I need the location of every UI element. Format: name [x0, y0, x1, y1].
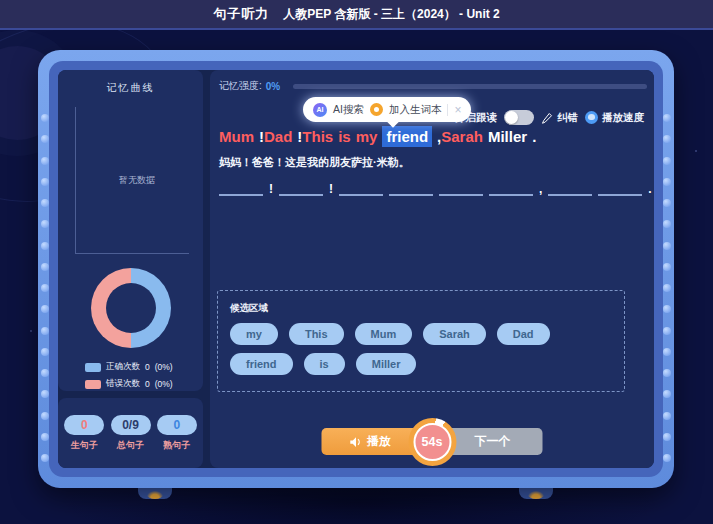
- stat-item: 0生句子: [64, 415, 104, 452]
- frame-light-dot: [41, 114, 49, 122]
- frame-light-dot: [41, 348, 49, 356]
- legend-label: 正确次数: [106, 361, 140, 373]
- blank-slot[interactable]: [219, 180, 263, 196]
- legend-swatch: [85, 380, 101, 389]
- speed-label: 播放速度: [602, 111, 644, 125]
- donut-hole: [106, 283, 156, 333]
- sidebar: 记忆曲线 暂无数据 正确次数0(0%)错误次数0(0%) 0生句子0/9总句子0…: [58, 70, 203, 468]
- frame-light-dot: [663, 157, 671, 165]
- star-decoration: [30, 330, 32, 332]
- frame-light-dot: [41, 305, 49, 313]
- blank-punctuation: !: [269, 183, 273, 196]
- legend-pct: (0%): [155, 362, 173, 372]
- legend-count: 0: [145, 362, 150, 372]
- frame-light-dot: [663, 454, 671, 462]
- sentence-token[interactable]: This: [302, 126, 333, 147]
- device-inner-frame: 记忆曲线 暂无数据 正确次数0(0%)错误次数0(0%) 0生句子0/9总句子0…: [49, 61, 663, 477]
- word-chip[interactable]: Dad: [497, 323, 550, 345]
- correct-button[interactable]: 纠错: [541, 111, 578, 125]
- pencil-icon: [541, 112, 553, 124]
- screen-content: 记忆曲线 暂无数据 正确次数0(0%)错误次数0(0%) 0生句子0/9总句子0…: [58, 70, 654, 468]
- sentence-token[interactable]: Sarah: [441, 126, 483, 147]
- donut-legend: 正确次数0(0%)错误次数0(0%): [85, 361, 203, 390]
- speaker-icon: [349, 436, 362, 448]
- blank-punctuation: !: [329, 183, 333, 196]
- sentence-token[interactable]: Miller: [488, 126, 527, 147]
- memory-strength-label: 记忆强度:: [219, 79, 262, 93]
- blank-slot[interactable]: [279, 180, 323, 196]
- frame-light-dot: [41, 454, 49, 462]
- legend-pct: (0%): [155, 379, 173, 389]
- candidate-words: myThisMumSarahDadfriendisMiller: [218, 323, 624, 375]
- legend-count: 0: [145, 379, 150, 389]
- blank-slot[interactable]: [389, 180, 433, 196]
- stat-value: 0/9: [111, 415, 151, 435]
- frame-light-dot: [663, 114, 671, 122]
- word-chip[interactable]: Mum: [355, 323, 413, 345]
- ai-icon: AI: [313, 103, 327, 117]
- title-bar: 句子听力 人教PEP 含新版 - 三上（2024） - Unit 2: [0, 0, 713, 30]
- word-chip[interactable]: is: [304, 353, 345, 375]
- memory-strength-bar: [293, 84, 647, 89]
- wordbook-icon: [370, 103, 383, 116]
- memory-curve-title: 记忆曲线: [58, 81, 203, 95]
- sentence-token[interactable]: Mum: [219, 126, 254, 147]
- translation-text: 妈妈！爸爸！这是我的朋友萨拉·米勒。: [219, 155, 410, 170]
- word-chip[interactable]: my: [230, 323, 278, 345]
- empty-data-text: 暂无数据: [119, 174, 155, 187]
- bottom-action-bar: 播放 下一个 54s: [322, 428, 543, 455]
- frame-light-dot: [663, 242, 671, 250]
- close-icon[interactable]: ×: [454, 104, 461, 116]
- speed-button[interactable]: 播放速度: [585, 111, 644, 125]
- ai-search-button[interactable]: AI搜索: [333, 103, 364, 117]
- frame-light-dot: [41, 369, 49, 377]
- candidate-area: 候选区域 myThisMumSarahDadfriendisMiller: [217, 290, 625, 392]
- frame-light-dot: [41, 157, 49, 165]
- memory-strength-row: 记忆强度: 0%: [219, 79, 647, 93]
- blank-slot[interactable]: [439, 180, 483, 196]
- sentence-token[interactable]: Dad: [264, 126, 292, 147]
- word-chip[interactable]: This: [289, 323, 344, 345]
- frame-light-dot: [663, 284, 671, 292]
- app-title: 句子听力: [213, 5, 269, 23]
- blank-slot[interactable]: [598, 180, 642, 196]
- word-action-tooltip: AI AI搜索 加入生词本 ×: [303, 97, 471, 122]
- sentence-token[interactable]: friend: [382, 126, 432, 147]
- stat-label: 总句子: [117, 439, 144, 452]
- tooltip-divider: [447, 104, 448, 116]
- sentence-token[interactable]: is: [338, 126, 351, 147]
- frame-light-dot: [663, 327, 671, 335]
- word-chip[interactable]: friend: [230, 353, 293, 375]
- word-chip[interactable]: Sarah: [423, 323, 486, 345]
- blank-slot[interactable]: [489, 180, 533, 196]
- frame-light-dot: [663, 178, 671, 186]
- blank-slot[interactable]: [548, 180, 592, 196]
- legend-item: 错误次数0(0%): [85, 378, 203, 390]
- stat-value: 0: [64, 415, 104, 435]
- word-chip[interactable]: Miller: [356, 353, 417, 375]
- memory-curve-panel: 记忆曲线 暂无数据 正确次数0(0%)错误次数0(0%): [58, 70, 203, 391]
- frame-light-dot: [41, 178, 49, 186]
- frame-light-dot: [41, 327, 49, 335]
- frame-light-dot: [41, 433, 49, 441]
- countdown-value: 54s: [413, 423, 451, 461]
- frame-lights-left: [41, 114, 49, 462]
- playback-controls: 开启跟读 纠错 播放速度: [455, 110, 644, 125]
- frame-light-dot: [663, 433, 671, 441]
- add-wordbook-button[interactable]: 加入生词本: [389, 103, 442, 117]
- frame-light-dot: [663, 348, 671, 356]
- blank-slot[interactable]: [339, 180, 383, 196]
- blank-punctuation: ,: [539, 183, 542, 196]
- frame-light-dot: [663, 305, 671, 313]
- countdown-timer: 54s: [408, 418, 456, 466]
- frame-light-dot: [41, 199, 49, 207]
- frame-light-dot: [41, 242, 49, 250]
- frame-light-dot: [663, 199, 671, 207]
- sentence-token[interactable]: my: [356, 126, 378, 147]
- device-frame: 记忆曲线 暂无数据 正确次数0(0%)错误次数0(0%) 0生句子0/9总句子0…: [38, 50, 674, 488]
- accuracy-donut-chart: [91, 268, 171, 348]
- blank-punctuation: .: [648, 183, 651, 196]
- toggle-knob: [505, 111, 518, 124]
- follow-read-toggle[interactable]: [504, 110, 534, 125]
- frame-light-dot: [41, 263, 49, 271]
